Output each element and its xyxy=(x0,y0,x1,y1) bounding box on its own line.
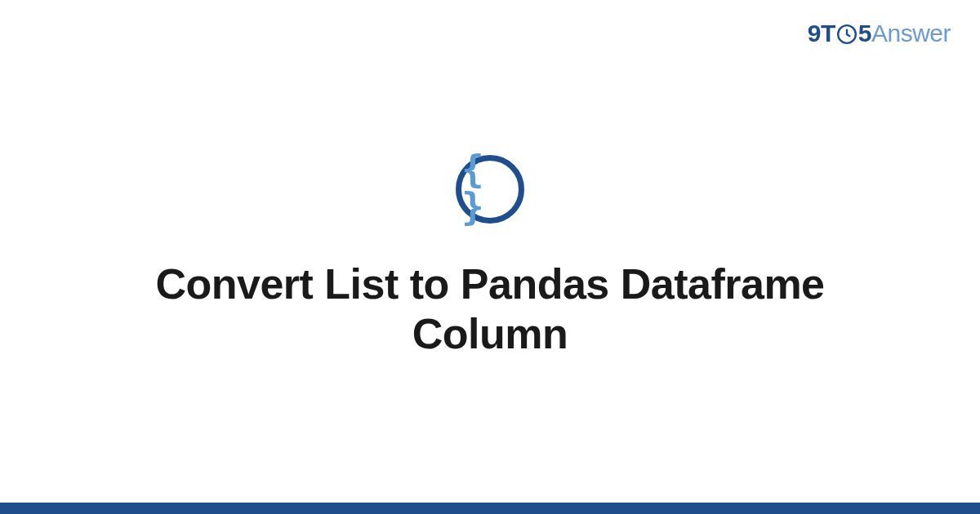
braces-glyph: { } xyxy=(461,150,519,225)
main-content: { } Convert List to Pandas Dataframe Col… xyxy=(0,0,980,514)
footer-accent-bar xyxy=(0,503,980,514)
code-braces-icon: { } xyxy=(456,155,524,224)
page-title: Convert List to Pandas Dataframe Column xyxy=(82,259,898,360)
